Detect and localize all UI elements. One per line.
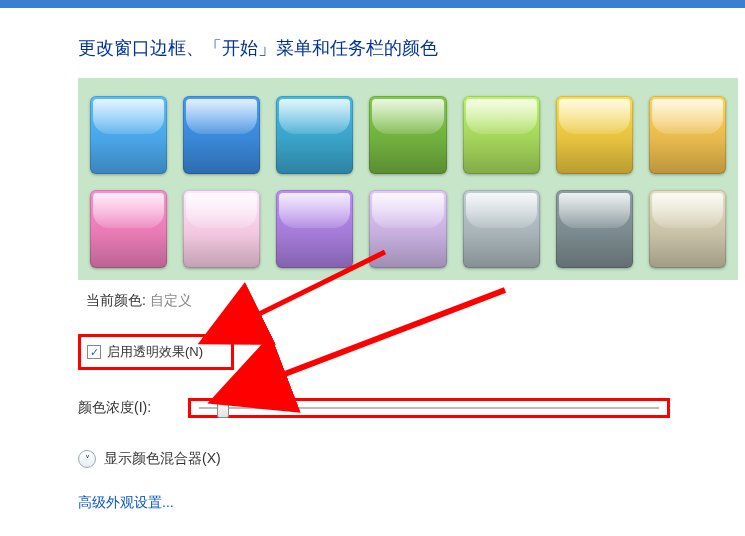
window-titlebar (0, 0, 745, 8)
current-color-value: 自定义 (150, 292, 192, 308)
current-color: 当前颜色: 自定义 (86, 292, 745, 310)
slider-thumb[interactable] (217, 398, 229, 418)
advanced-appearance-link[interactable]: 高级外观设置... (78, 494, 745, 512)
color-swatch[interactable] (369, 96, 446, 174)
color-swatch[interactable] (276, 96, 353, 174)
current-color-label: 当前颜色: (86, 292, 146, 308)
main-content: 更改窗口边框、「开始」菜单和任务栏的颜色 当前颜色: 自定义 ✓ 启用透明效果(… (0, 8, 745, 512)
color-row (90, 96, 726, 174)
color-swatch[interactable] (183, 96, 260, 174)
color-swatch-grid (78, 78, 738, 280)
color-swatch[interactable] (649, 96, 726, 174)
color-swatch[interactable] (463, 96, 540, 174)
intensity-label: 颜色浓度(I): (78, 399, 176, 417)
intensity-highlight (188, 398, 670, 418)
intensity-row: 颜色浓度(I): (78, 398, 745, 418)
color-swatch[interactable] (90, 190, 167, 268)
color-swatch[interactable] (369, 190, 446, 268)
chevron-down-icon[interactable]: ˅ (78, 450, 96, 468)
color-mixer-toggle[interactable]: ˅ 显示颜色混合器(X) (78, 450, 745, 468)
color-swatch[interactable] (556, 96, 633, 174)
transparency-label: 启用透明效果(N) (107, 343, 203, 361)
color-swatch[interactable] (276, 190, 353, 268)
color-mixer-label: 显示颜色混合器(X) (104, 450, 221, 468)
transparency-option[interactable]: ✓ 启用透明效果(N) (78, 334, 234, 370)
color-swatch[interactable] (463, 190, 540, 268)
transparency-checkbox[interactable]: ✓ (87, 345, 101, 359)
intensity-slider[interactable] (199, 407, 659, 409)
page-title: 更改窗口边框、「开始」菜单和任务栏的颜色 (78, 36, 745, 60)
color-row (90, 190, 726, 268)
color-swatch[interactable] (556, 190, 633, 268)
color-swatch[interactable] (183, 190, 260, 268)
color-swatch[interactable] (649, 190, 726, 268)
color-swatch[interactable] (90, 96, 167, 174)
